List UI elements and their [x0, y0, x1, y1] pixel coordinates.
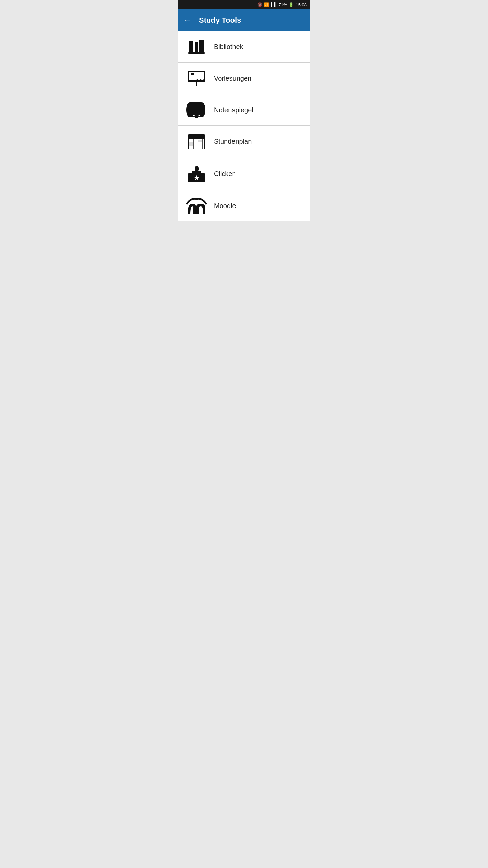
lecture-icon: [185, 69, 208, 88]
menu-item-moodle[interactable]: Moodle: [178, 190, 310, 221]
bottom-grey-area: [178, 221, 310, 357]
toolbar: ← Study Tools: [178, 9, 310, 31]
menu-item-stundenplan[interactable]: Stundenplan: [178, 126, 310, 157]
svg-point-7: [196, 79, 198, 81]
battery-text: 71%: [278, 2, 287, 7]
schedule-icon: [185, 132, 208, 151]
menu-label-vorlesungen: Vorlesungen: [214, 75, 251, 82]
menu-list: Bibliothek Vorlesungen: [178, 31, 310, 221]
menu-item-notenspiegel[interactable]: Notenspiegel: [178, 94, 310, 126]
status-bar: 🔇 📶 ▌▌ 71% 🔋 15:08: [178, 0, 310, 9]
menu-label-notenspiegel: Notenspiegel: [214, 106, 253, 114]
signal-icon: ▌▌: [271, 2, 277, 7]
grades-icon: [185, 100, 208, 119]
menu-item-clicker[interactable]: Clicker: [178, 157, 310, 190]
menu-label-bibliothek: Bibliothek: [214, 43, 243, 51]
svg-point-8: [200, 79, 202, 81]
time-text: 15:08: [296, 2, 307, 7]
svg-rect-0: [189, 41, 193, 53]
mute-icon: 🔇: [257, 2, 262, 7]
library-icon: [185, 37, 208, 56]
menu-label-stundenplan: Stundenplan: [214, 138, 252, 145]
clicker-icon: [185, 163, 208, 184]
svg-point-16: [195, 115, 198, 118]
battery-icon: 🔋: [289, 2, 294, 7]
svg-rect-24: [189, 142, 193, 146]
svg-rect-25: [198, 140, 202, 142]
menu-label-moodle: Moodle: [214, 202, 236, 210]
svg-point-6: [191, 73, 194, 75]
page-title: Study Tools: [199, 16, 241, 25]
moodle-icon: [185, 196, 208, 215]
svg-rect-2: [199, 40, 204, 53]
svg-rect-18: [188, 135, 205, 139]
menu-label-clicker: Clicker: [214, 170, 235, 178]
back-button[interactable]: ←: [183, 16, 192, 25]
menu-item-bibliothek[interactable]: Bibliothek: [178, 31, 310, 63]
wifi-icon: 📶: [264, 2, 269, 7]
svg-rect-1: [195, 42, 198, 53]
status-icons: 🔇 📶 ▌▌ 71% 🔋 15:08: [257, 2, 307, 7]
svg-rect-3: [188, 52, 205, 54]
svg-point-9: [203, 79, 205, 81]
menu-item-vorlesungen[interactable]: Vorlesungen: [178, 63, 310, 94]
